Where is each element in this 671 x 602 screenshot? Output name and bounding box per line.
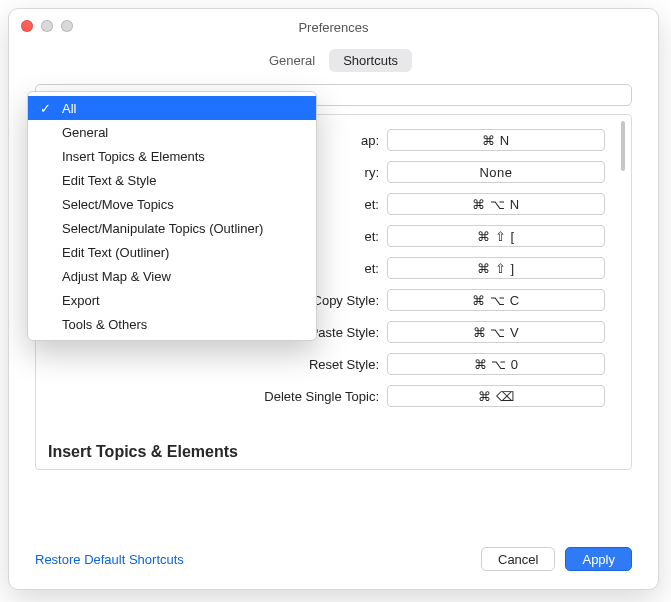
dropdown-item-label: All bbox=[62, 101, 76, 116]
shortcut-label: Delete Single Topic: bbox=[211, 389, 379, 404]
shortcut-field[interactable]: ⌘ N bbox=[387, 129, 605, 151]
dropdown-item-label: General bbox=[62, 125, 108, 140]
dropdown-item-label: Tools & Others bbox=[62, 317, 147, 332]
dropdown-item[interactable]: Insert Topics & Elements bbox=[28, 144, 316, 168]
preferences-window: Preferences General Shortcuts ap:⌘ Nry:N… bbox=[8, 8, 659, 590]
dropdown-item-label: Edit Text (Outliner) bbox=[62, 245, 169, 260]
window-title: Preferences bbox=[298, 20, 368, 35]
tab-shortcuts[interactable]: Shortcuts bbox=[329, 49, 412, 72]
dropdown-item-label: Adjust Map & View bbox=[62, 269, 171, 284]
dropdown-item[interactable]: Export bbox=[28, 288, 316, 312]
traffic-lights bbox=[21, 20, 73, 32]
dropdown-item-label: Export bbox=[62, 293, 100, 308]
dropdown-item-label: Insert Topics & Elements bbox=[62, 149, 205, 164]
check-icon: ✓ bbox=[40, 101, 51, 116]
dropdown-item[interactable]: Edit Text & Style bbox=[28, 168, 316, 192]
close-icon[interactable] bbox=[21, 20, 33, 32]
shortcut-field[interactable]: None bbox=[387, 161, 605, 183]
shortcut-field[interactable]: ⌘ ⇧ ] bbox=[387, 257, 605, 279]
dropdown-item[interactable]: General bbox=[28, 120, 316, 144]
shortcut-field[interactable]: ⌘ ⌥ 0 bbox=[387, 353, 605, 375]
minimize-icon bbox=[41, 20, 53, 32]
shortcut-row: Delete Single Topic:⌘ ⌫ bbox=[211, 385, 605, 407]
dropdown-item[interactable]: Adjust Map & View bbox=[28, 264, 316, 288]
dropdown-item-label: Edit Text & Style bbox=[62, 173, 156, 188]
tab-bar: General Shortcuts bbox=[9, 45, 658, 82]
shortcut-row: Reset Style:⌘ ⌥ 0 bbox=[211, 353, 605, 375]
cancel-button[interactable]: Cancel bbox=[481, 547, 555, 571]
shortcut-field[interactable]: ⌘ ⌥ C bbox=[387, 289, 605, 311]
shortcut-field[interactable]: ⌘ ⌥ V bbox=[387, 321, 605, 343]
dropdown-item-label: Select/Manipulate Topics (Outliner) bbox=[62, 221, 263, 236]
shortcut-field[interactable]: ⌘ ⇧ [ bbox=[387, 225, 605, 247]
apply-button[interactable]: Apply bbox=[565, 547, 632, 571]
dropdown-item[interactable]: Edit Text (Outliner) bbox=[28, 240, 316, 264]
category-dropdown[interactable]: ✓AllGeneralInsert Topics & ElementsEdit … bbox=[27, 91, 317, 341]
titlebar: Preferences bbox=[9, 9, 658, 45]
dropdown-item[interactable]: Tools & Others bbox=[28, 312, 316, 336]
dropdown-item[interactable]: Select/Move Topics bbox=[28, 192, 316, 216]
scrollbar[interactable] bbox=[621, 121, 625, 171]
shortcut-field[interactable]: ⌘ ⌥ N bbox=[387, 193, 605, 215]
zoom-icon bbox=[61, 20, 73, 32]
tab-general[interactable]: General bbox=[255, 49, 329, 72]
restore-defaults-link[interactable]: Restore Default Shortcuts bbox=[35, 552, 184, 567]
shortcut-field[interactable]: ⌘ ⌫ bbox=[387, 385, 605, 407]
dropdown-item-label: Select/Move Topics bbox=[62, 197, 174, 212]
section-title: Insert Topics & Elements bbox=[48, 443, 238, 461]
dropdown-item[interactable]: Select/Manipulate Topics (Outliner) bbox=[28, 216, 316, 240]
dropdown-item[interactable]: ✓All bbox=[28, 96, 316, 120]
shortcut-label: Reset Style: bbox=[211, 357, 379, 372]
